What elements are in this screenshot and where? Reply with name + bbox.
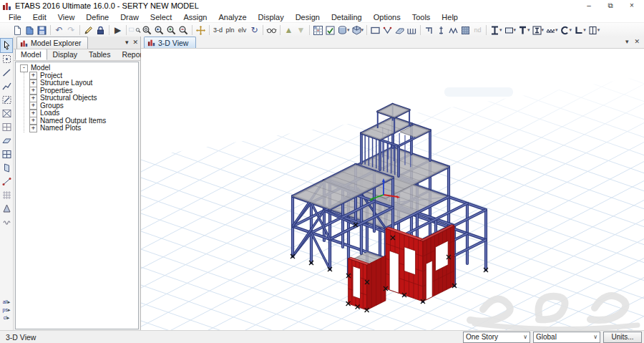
- elevation-view-icon[interactable]: elv: [236, 24, 248, 37]
- menu-edit[interactable]: Edit: [27, 12, 52, 22]
- rubber-band-zoom-icon[interactable]: [129, 24, 141, 37]
- explorer-tab-display[interactable]: Display: [47, 49, 83, 60]
- draw-wall-icon[interactable]: [1, 161, 12, 175]
- menu-bar: FileEditViewDefineDrawSelectAssignAnalyz…: [0, 11, 644, 23]
- frame-section-icon-dropdown[interactable]: ▾: [499, 27, 502, 33]
- menu-display[interactable]: Display: [253, 12, 290, 22]
- menu-analyze[interactable]: Analyze: [213, 12, 252, 22]
- previous-selection-shortcut[interactable]: ps▸: [3, 307, 11, 313]
- quick-draw-brace-icon[interactable]: [1, 107, 12, 120]
- close-button[interactable]: ×: [621, 0, 643, 11]
- draw-pen-icon[interactable]: [82, 24, 94, 37]
- restore-button[interactable]: ⧉: [600, 0, 621, 11]
- view-type-icon-dropdown[interactable]: ▾: [361, 27, 364, 33]
- quick-draw-floor-icon[interactable]: [1, 148, 12, 161]
- menu-file[interactable]: File: [3, 12, 27, 22]
- move-down-list-icon[interactable]: ▼: [295, 24, 307, 37]
- coordinate-system-selector[interactable]: Global ∨: [533, 332, 600, 343]
- run-analysis-icon[interactable]: ▶: [112, 24, 124, 37]
- tab-3d-view[interactable]: 3-D View: [144, 37, 196, 48]
- angle-section-icon-dropdown[interactable]: ▾: [583, 27, 586, 33]
- draw-brace-icon[interactable]: [381, 24, 394, 37]
- story-selector[interactable]: One Story ∨: [463, 332, 530, 343]
- menu-help[interactable]: Help: [436, 12, 464, 22]
- reshape-object-icon[interactable]: [1, 52, 12, 66]
- object-shading-icon-dropdown[interactable]: ▾: [347, 27, 350, 33]
- menu-tools[interactable]: Tools: [406, 12, 436, 22]
- previous-zoom-icon[interactable]: [153, 24, 165, 37]
- draw-wall-stack-icon[interactable]: [423, 24, 435, 37]
- chevron-down-icon: ∨: [523, 334, 527, 340]
- tree-item-structure-layout[interactable]: +Structure Layout: [29, 79, 138, 87]
- redo-icon[interactable]: ↷: [65, 24, 77, 37]
- draw-rect-icon[interactable]: [369, 24, 381, 37]
- restore-full-view-icon[interactable]: [141, 24, 153, 37]
- assign-check-icon[interactable]: [324, 24, 336, 37]
- minimize-button[interactable]: –: [578, 0, 600, 11]
- tree-item-named-plots[interactable]: +Named Plots: [29, 125, 138, 132]
- collapse-icon[interactable]: -: [20, 64, 28, 72]
- select-pointer-icon[interactable]: [1, 39, 12, 52]
- viewport-3d[interactable]: [141, 49, 644, 331]
- view-dropdown-icon[interactable]: ▾: [625, 38, 629, 45]
- view-close-icon[interactable]: ✕: [634, 38, 640, 45]
- explorer-tab-tables[interactable]: Tables: [83, 49, 116, 60]
- draw-spring-icon[interactable]: [1, 216, 12, 229]
- display-options-icon[interactable]: [312, 24, 324, 37]
- draw-area-icon[interactable]: [459, 24, 472, 37]
- draw-floor-icon[interactable]: [1, 134, 12, 148]
- composite-section-icon-dropdown[interactable]: ▾: [542, 27, 545, 33]
- menu-assign[interactable]: Assign: [177, 12, 213, 22]
- perspective-toggle-icon[interactable]: [265, 24, 278, 37]
- tree-item-loads[interactable]: +Loads: [29, 110, 138, 117]
- view-tab-icon: [148, 39, 155, 46]
- menu-design[interactable]: Design: [290, 12, 326, 22]
- quick-draw-secondary-icon[interactable]: [1, 120, 12, 134]
- draw-ramp-icon[interactable]: [394, 24, 406, 37]
- menu-define[interactable]: Define: [80, 12, 114, 22]
- save-model-icon[interactable]: [36, 24, 48, 37]
- zoom-out-icon[interactable]: [177, 24, 190, 37]
- lock-model-icon[interactable]: [94, 24, 107, 37]
- channel-section-icon-dropdown[interactable]: ▾: [570, 27, 572, 33]
- draw-tendon-icon[interactable]: [447, 24, 459, 37]
- draw-tower-icon[interactable]: [1, 202, 12, 216]
- nd-label[interactable]: nd: [472, 24, 484, 37]
- model-explorer-tab[interactable]: Model Explorer: [16, 37, 88, 49]
- select-all-shortcut[interactable]: all▸: [3, 299, 11, 305]
- zoom-in-icon[interactable]: [165, 24, 177, 37]
- expand-icon[interactable]: +: [29, 125, 37, 132]
- move-up-list-icon[interactable]: ▲: [283, 24, 295, 37]
- tree-item-model[interactable]: -Model: [20, 64, 138, 72]
- tree-item-structural-objects[interactable]: +Structural Objects: [29, 95, 138, 102]
- open-model-icon[interactable]: [24, 24, 36, 37]
- draw-support-icon[interactable]: [435, 24, 447, 37]
- panel-close-icon[interactable]: ✕: [132, 38, 138, 47]
- units-button[interactable]: Units...: [603, 332, 642, 343]
- draw-frame-icon[interactable]: [1, 79, 12, 93]
- undo-icon[interactable]: ↶: [53, 24, 65, 37]
- model-explorer-title: Model Explorer: [31, 39, 82, 47]
- opening-section-icon-dropdown[interactable]: ▾: [597, 27, 600, 33]
- menu-detailing[interactable]: Detailing: [326, 12, 368, 22]
- slab-section-icon-dropdown[interactable]: ▾: [514, 27, 517, 33]
- pan-icon[interactable]: [195, 24, 207, 37]
- clear-selection-shortcut[interactable]: cl▸: [4, 315, 10, 321]
- tee-section-icon-dropdown[interactable]: ▾: [527, 27, 530, 33]
- menu-draw[interactable]: Draw: [114, 12, 145, 22]
- menu-options[interactable]: Options: [368, 12, 406, 22]
- draw-link-icon[interactable]: [1, 175, 12, 188]
- draw-joint-icon[interactable]: [1, 66, 12, 79]
- quick-draw-frame-icon[interactable]: [1, 93, 12, 107]
- draw-deck-icon[interactable]: [406, 24, 418, 37]
- menu-view[interactable]: View: [52, 12, 81, 22]
- rotate-view-icon[interactable]: ↻: [248, 24, 260, 37]
- explorer-tab-model[interactable]: Model: [15, 49, 47, 60]
- new-model-icon[interactable]: [11, 24, 24, 37]
- draw-mesh-icon[interactable]: [1, 188, 12, 202]
- deck-section-icon-dropdown[interactable]: ▾: [555, 27, 558, 33]
- menu-select[interactable]: Select: [145, 12, 178, 22]
- plan-view-icon[interactable]: pln: [224, 24, 236, 37]
- panel-dropdown-icon[interactable]: ▾: [125, 38, 129, 47]
- three-d-view-icon[interactable]: 3-d: [212, 24, 224, 37]
